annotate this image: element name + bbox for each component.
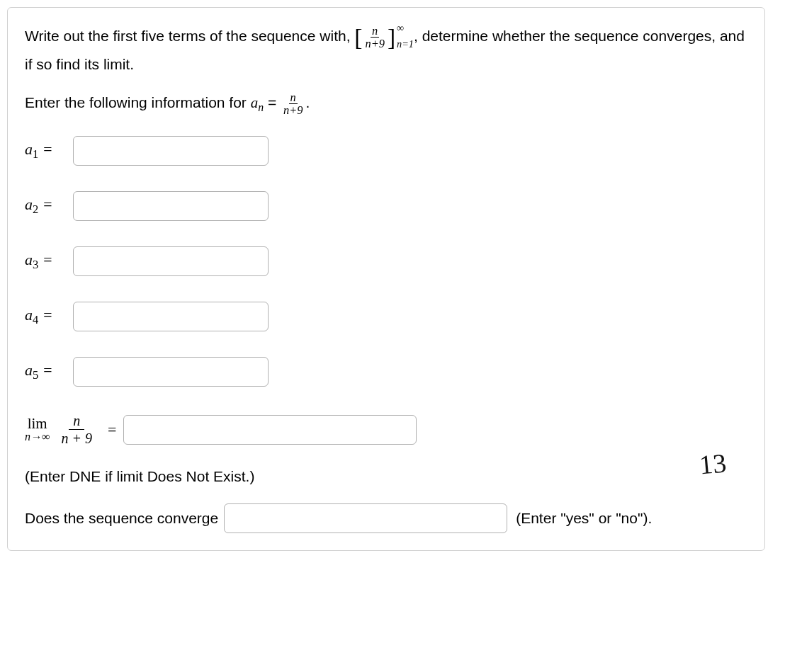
dne-note: (Enter DNE if limit Does Not Exist.) xyxy=(25,468,747,485)
term-row-a3: a3 = xyxy=(25,246,747,276)
term-row-a2: a2 = xyxy=(25,191,747,221)
a1-label: a1 = xyxy=(25,140,64,161)
limit-expression: lim n→∞ n n + 9 = xyxy=(25,412,123,447)
sub-instruction: Enter the following information for an =… xyxy=(25,91,747,116)
converge-hint: (Enter "yes" or "no"). xyxy=(516,510,652,527)
limit-fraction: n n + 9 xyxy=(57,412,96,447)
term-row-a1: a1 = xyxy=(25,136,747,166)
limit-input[interactable] xyxy=(123,415,417,445)
converge-row: Does the sequence converge (Enter "yes" … xyxy=(25,503,747,533)
sequence-bounds: ∞ n=1 xyxy=(397,25,414,50)
limit-row: lim n→∞ n n + 9 = xyxy=(25,412,747,447)
a3-input[interactable] xyxy=(73,246,269,276)
a3-label: a3 = xyxy=(25,251,64,272)
a2-input[interactable] xyxy=(73,191,269,221)
a1-input[interactable] xyxy=(73,136,269,166)
sequence-formula: [ n n+9 ] ∞ n=1 xyxy=(354,25,414,50)
problem-text-before: Write out the first five terms of the se… xyxy=(25,28,354,44)
a5-input[interactable] xyxy=(73,357,269,387)
a4-label: a4 = xyxy=(25,306,64,327)
question-container: Write out the first five terms of the se… xyxy=(7,7,765,551)
term-row-a4: a4 = xyxy=(25,302,747,331)
sequence-fraction: n n+9 xyxy=(364,25,386,50)
term-row-a5: a5 = xyxy=(25,357,747,387)
right-bracket-icon: ] xyxy=(388,25,395,50)
a4-input[interactable] xyxy=(73,302,269,331)
left-bracket-icon: [ xyxy=(354,25,362,50)
handwritten-annotation: 13 xyxy=(698,448,728,481)
limit-symbol: lim n→∞ xyxy=(25,416,50,443)
a5-label: a5 = xyxy=(25,361,64,382)
converge-question: Does the sequence converge xyxy=(25,510,218,527)
problem-statement: Write out the first five terms of the se… xyxy=(25,22,747,79)
a2-label: a2 = xyxy=(25,195,64,217)
converge-input[interactable] xyxy=(224,503,507,533)
an-symbol: an xyxy=(251,94,264,111)
an-fraction: n n+9 xyxy=(282,91,304,116)
